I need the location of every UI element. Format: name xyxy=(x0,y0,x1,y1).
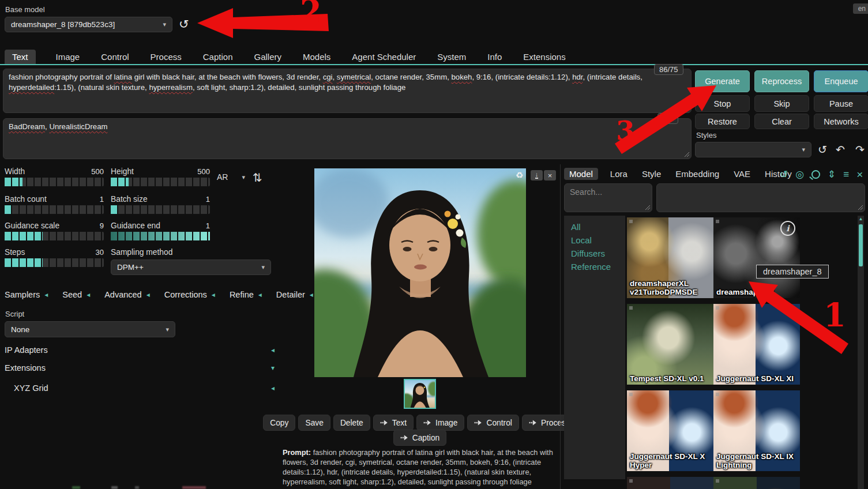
networks-close-icon[interactable]: × xyxy=(856,169,863,180)
category-diffusers[interactable]: Diffusers xyxy=(571,247,625,260)
model-card-label: dreamshaperXL v21TurboDPMSDE xyxy=(630,279,712,296)
tab-extensions[interactable]: Extensions xyxy=(522,50,566,64)
width-slider[interactable]: Width 500 xyxy=(5,167,104,186)
guidance-scale-track[interactable] xyxy=(5,232,104,240)
tab-gallery[interactable]: Gallery xyxy=(253,50,283,64)
section-xyz-grid[interactable]: XYZ Grid◂ xyxy=(14,383,275,393)
height-value: 500 xyxy=(197,167,210,176)
width-slider-track[interactable] xyxy=(5,178,104,186)
accordion-detailer[interactable]: Detailer◂ xyxy=(276,290,313,299)
negative-prompt-textarea[interactable]: BadDream, UnrealisticDream xyxy=(3,118,692,159)
info-icon[interactable]: i xyxy=(780,221,795,236)
batch-count-slider[interactable]: Batch count 1 xyxy=(5,195,104,214)
networks-tab-embedding[interactable]: Embedding xyxy=(673,168,722,180)
enqueue-button[interactable]: Enqueue xyxy=(814,70,868,92)
pause-button[interactable]: Pause xyxy=(814,95,868,112)
swap-dimensions-icon[interactable]: ⇅ xyxy=(253,171,262,185)
model-card-partial[interactable] xyxy=(713,477,800,489)
sampling-method-select[interactable]: DPM++ ▾ xyxy=(111,259,271,275)
accordion-samplers[interactable]: Samplers◂ xyxy=(5,290,48,299)
ar-label: AR xyxy=(217,172,228,182)
accordion-seed[interactable]: Seed◂ xyxy=(62,290,90,299)
log-strip xyxy=(61,486,257,489)
base-model-select[interactable]: dreamshaper_8 [879db523c3] ▾ xyxy=(5,17,172,32)
sort-icon[interactable]: ⇕ xyxy=(828,170,836,179)
networks-tab-lora[interactable]: Lora xyxy=(608,168,630,180)
refresh-model-icon[interactable]: ↺ xyxy=(179,17,189,31)
scrollbar-thumb[interactable] xyxy=(859,224,863,266)
tab-models[interactable]: Models xyxy=(302,50,332,64)
scroll-up-icon[interactable]: ▲ xyxy=(858,216,864,223)
model-thumbnail xyxy=(627,477,713,489)
recycle-icon[interactable]: ♻ xyxy=(516,170,523,180)
collapse-left-icon: ◂ xyxy=(87,291,90,298)
save-button[interactable]: Save xyxy=(298,415,330,431)
batch-count-track[interactable] xyxy=(5,205,104,214)
send-to-caption-button[interactable]: Caption xyxy=(393,430,447,446)
script-select[interactable]: None ▾ xyxy=(5,321,175,337)
tab-process[interactable]: Process xyxy=(149,50,183,64)
category-all[interactable]: All xyxy=(571,220,625,234)
prompt-textarea[interactable]: fashion photography portrait of latina g… xyxy=(3,69,692,113)
tab-image[interactable]: Image xyxy=(55,50,81,64)
networks-refresh-icon[interactable]: ↺ xyxy=(780,170,788,179)
networks-scrollbar[interactable]: ▲ xyxy=(858,216,864,489)
close-image-button[interactable]: × xyxy=(544,170,556,180)
model-card[interactable]: Juggernaut SD-XL X Hyper xyxy=(627,390,713,471)
height-slider-track[interactable] xyxy=(111,178,210,186)
tab-system[interactable]: System xyxy=(436,50,467,64)
sampling-method-label: Sampling method xyxy=(111,248,172,257)
scan-icon[interactable]: ◎ xyxy=(795,170,804,179)
undo-icon[interactable]: ↶ xyxy=(836,143,845,156)
networks-category-list: All Local Diffusers Reference xyxy=(564,216,625,479)
styles-refresh-icon[interactable]: ↺ xyxy=(818,143,827,156)
networks-search-input[interactable]: Search... xyxy=(564,183,652,212)
steps-track[interactable] xyxy=(5,258,104,267)
view-mode-icon[interactable]: ≡ xyxy=(843,170,849,179)
section-ip-adapters[interactable]: IP Adapters◂ xyxy=(5,345,275,355)
model-card-partial[interactable] xyxy=(627,477,713,489)
tab-caption[interactable]: Caption xyxy=(202,50,234,64)
networks-tab-vae[interactable]: VAE xyxy=(731,168,753,180)
networks-tab-style[interactable]: Style xyxy=(640,168,663,180)
redo-icon[interactable]: ↷ xyxy=(855,143,865,156)
networks-button[interactable]: Networks xyxy=(814,114,868,129)
steps-slider[interactable]: Steps 30 xyxy=(5,248,104,267)
category-local[interactable]: Local xyxy=(571,234,625,247)
batch-size-track[interactable] xyxy=(111,205,210,214)
tab-agent-scheduler[interactable]: Agent Scheduler xyxy=(351,50,417,64)
skip-button[interactable]: Skip xyxy=(754,95,809,112)
send-to-text-button[interactable]: Text xyxy=(373,415,414,431)
send-to-image-button[interactable]: Image xyxy=(416,415,464,431)
model-card[interactable]: Tempest SD-XL v0.1 xyxy=(627,304,713,385)
gallery-thumbnail[interactable] xyxy=(404,379,436,409)
accordion-corrections[interactable]: Corrections◂ xyxy=(164,290,215,299)
accordion-advanced[interactable]: Advanced◂ xyxy=(104,290,150,299)
section-extensions[interactable]: Extensions▾ xyxy=(5,363,275,373)
model-card[interactable]: dreamshaperXL v21TurboDPMSDE xyxy=(627,217,713,298)
batch-size-slider[interactable]: Batch size 1 xyxy=(111,195,210,214)
guidance-scale-slider[interactable]: Guidance scale 9 xyxy=(5,221,104,240)
ar-select[interactable]: AR ▾ xyxy=(217,172,245,182)
networks-tab-model[interactable]: Model xyxy=(564,168,598,180)
copy-button[interactable]: Copy xyxy=(263,415,295,431)
guidance-end-track[interactable] xyxy=(111,232,210,240)
tab-control[interactable]: Control xyxy=(100,50,130,64)
height-label: Height xyxy=(111,167,134,176)
download-image-button[interactable]: ↓ xyxy=(531,170,543,180)
category-reference[interactable]: Reference xyxy=(571,260,625,273)
reprocess-button[interactable]: Reprocess xyxy=(754,70,809,92)
clear-button[interactable]: Clear xyxy=(754,114,809,129)
tab-info[interactable]: Info xyxy=(486,50,503,64)
model-card[interactable]: Juggernaut SD-XL IX Lightning xyxy=(713,390,800,471)
send-to-control-button[interactable]: Control xyxy=(467,415,518,431)
generated-image[interactable] xyxy=(314,168,526,377)
delete-button[interactable]: Delete xyxy=(333,415,370,431)
height-slider[interactable]: Height 500 xyxy=(111,167,210,186)
search-icon[interactable] xyxy=(811,170,820,179)
chevron-down-icon: ▾ xyxy=(166,326,169,333)
networks-description-input[interactable] xyxy=(656,183,865,212)
guidance-end-slider[interactable]: Guidance end 1 xyxy=(111,221,210,240)
tab-text[interactable]: Text xyxy=(5,50,36,64)
accordion-refine[interactable]: Refine◂ xyxy=(230,290,262,299)
